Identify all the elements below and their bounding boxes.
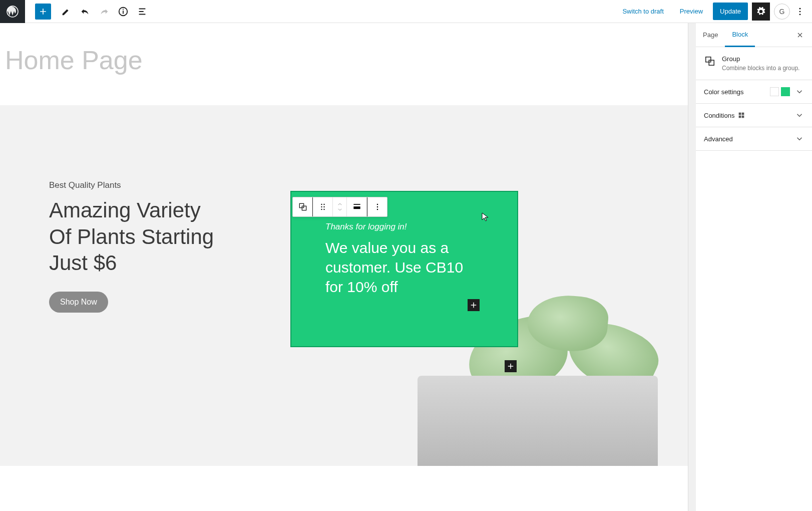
settings-button[interactable] xyxy=(752,3,770,21)
editor-canvas[interactable]: Home Page Best Quality Plants Amazing Va… xyxy=(0,23,688,511)
swatch-bg[interactable] xyxy=(781,87,790,96)
promo-text[interactable]: We value you as a customer. Use CB10 for… xyxy=(325,238,483,297)
align-button[interactable] xyxy=(347,197,367,216)
gear-icon xyxy=(756,7,766,17)
add-block-button[interactable] xyxy=(35,4,51,20)
row-label: Advanced xyxy=(704,135,733,143)
group-icon xyxy=(298,202,308,212)
add-block-outer[interactable] xyxy=(505,360,517,372)
undo-icon xyxy=(80,6,91,17)
align-icon xyxy=(352,202,362,212)
redo-icon xyxy=(99,6,110,17)
swatch-text[interactable] xyxy=(770,87,779,96)
row-label: Color settings xyxy=(704,88,743,96)
chevron-down-icon xyxy=(795,134,804,143)
list-icon xyxy=(137,6,148,17)
block-info: Group Combine blocks into a group. xyxy=(696,47,812,80)
page-title[interactable]: Home Page xyxy=(0,23,688,75)
svg-point-12 xyxy=(323,206,324,207)
block-title: Group xyxy=(722,55,799,63)
svg-rect-25 xyxy=(742,116,744,118)
update-button[interactable]: Update xyxy=(713,3,748,20)
undo-button[interactable] xyxy=(76,3,94,21)
scrollbar[interactable] xyxy=(688,23,696,511)
svg-rect-21 xyxy=(709,60,714,65)
close-icon xyxy=(796,31,804,39)
group-icon xyxy=(704,55,716,67)
drag-handle[interactable] xyxy=(313,197,333,216)
svg-point-6 xyxy=(799,14,801,15)
svg-point-19 xyxy=(376,209,378,210)
conditions-icon xyxy=(737,111,745,119)
block-toolbar xyxy=(292,197,387,217)
chevron-down-icon xyxy=(795,111,804,120)
svg-point-17 xyxy=(376,204,378,205)
block-type-button[interactable] xyxy=(293,197,313,216)
wordpress-logo[interactable] xyxy=(0,0,25,23)
outline-button[interactable] xyxy=(133,3,151,21)
main-layout: Home Page Best Quality Plants Amazing Va… xyxy=(0,23,812,511)
group-block[interactable]: Thanks for logging in! We value you as a… xyxy=(290,191,518,347)
kebab-icon xyxy=(795,7,805,17)
options-button[interactable] xyxy=(794,3,806,21)
advanced-row[interactable]: Advanced xyxy=(696,127,812,151)
account-button[interactable]: G xyxy=(774,4,790,20)
svg-point-4 xyxy=(799,8,801,9)
block-meta: Group Combine blocks into a group. xyxy=(722,55,799,72)
tab-block[interactable]: Block xyxy=(725,23,755,47)
pot-shape xyxy=(418,376,658,466)
move-buttons[interactable] xyxy=(333,197,347,216)
plus-icon xyxy=(38,7,48,17)
svg-rect-22 xyxy=(739,113,741,115)
info-icon xyxy=(118,6,129,17)
svg-rect-7 xyxy=(299,203,303,207)
shop-now-button[interactable]: Shop Now xyxy=(49,292,108,313)
svg-point-9 xyxy=(321,204,322,205)
preview-button[interactable]: Preview xyxy=(674,4,709,19)
chevron-down-icon xyxy=(795,87,804,96)
hero-copy: Best Quality Plants Amazing Variety Of P… xyxy=(49,180,214,313)
svg-rect-16 xyxy=(353,206,360,209)
settings-sidebar: Page Block Group Combine blocks into a g… xyxy=(696,23,812,511)
wordpress-icon xyxy=(7,6,19,18)
tab-page[interactable]: Page xyxy=(696,23,725,47)
redo-button[interactable] xyxy=(95,3,113,21)
thanks-text[interactable]: Thanks for logging in! xyxy=(325,222,483,232)
plus-icon xyxy=(469,301,478,310)
headline-line: Amazing Variety xyxy=(49,197,214,224)
chevron-down-icon xyxy=(336,207,343,212)
svg-point-18 xyxy=(376,206,378,208)
kebab-icon xyxy=(372,202,382,212)
chevron-up-icon xyxy=(336,202,343,207)
svg-point-10 xyxy=(323,204,324,205)
edit-tool[interactable] xyxy=(57,3,75,21)
svg-rect-23 xyxy=(742,113,744,115)
conditions-row[interactable]: Conditions xyxy=(696,104,812,127)
color-swatches xyxy=(770,87,790,96)
hero-headline[interactable]: Amazing Variety Of Plants Starting Just … xyxy=(49,197,214,277)
close-sidebar-button[interactable] xyxy=(793,28,807,42)
block-options-button[interactable] xyxy=(367,197,387,216)
row-label: Conditions xyxy=(704,111,745,119)
svg-point-14 xyxy=(323,209,324,210)
headline-line: Of Plants Starting xyxy=(49,224,214,250)
info-button[interactable] xyxy=(114,3,132,21)
color-settings-row[interactable]: Color settings xyxy=(696,80,812,104)
plus-icon xyxy=(506,362,515,371)
tools-group xyxy=(57,3,151,21)
sidebar-tabs: Page Block xyxy=(696,23,812,47)
switch-draft-button[interactable]: Switch to draft xyxy=(616,4,669,19)
block-desc: Combine blocks into a group. xyxy=(722,65,799,72)
svg-point-11 xyxy=(321,206,322,207)
svg-rect-3 xyxy=(123,9,124,10)
headline-line: Just $6 xyxy=(49,250,214,277)
svg-rect-2 xyxy=(123,11,124,14)
toolbar-left xyxy=(0,0,151,23)
toolbar-right: Switch to draft Preview Update G xyxy=(616,3,812,21)
svg-rect-15 xyxy=(353,204,360,205)
svg-rect-24 xyxy=(739,116,741,118)
svg-rect-20 xyxy=(706,57,711,62)
add-block-inner[interactable] xyxy=(468,299,480,311)
pencil-icon xyxy=(61,6,72,17)
hero-eyebrow[interactable]: Best Quality Plants xyxy=(49,180,214,190)
